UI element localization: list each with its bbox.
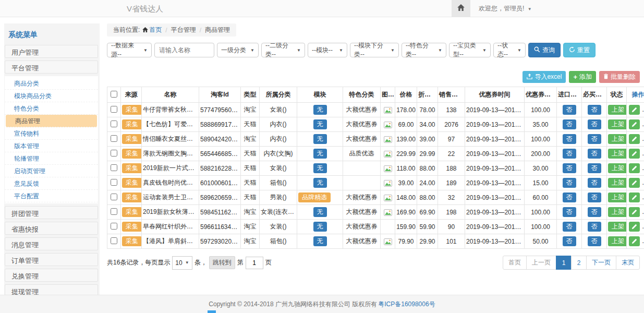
filter-select-7[interactable]: --宝贝类型--▼ <box>449 43 491 57</box>
page-button-下一页[interactable]: 下一页 <box>586 256 616 270</box>
edit-button[interactable] <box>629 119 640 129</box>
sidebar-item-商品分类[interactable]: 商品分类 <box>5 77 98 90</box>
imported-toggle[interactable]: 否 <box>563 149 576 159</box>
imported-toggle[interactable]: 否 <box>563 236 576 246</box>
page-button-2[interactable]: 2 <box>571 256 587 270</box>
row-checkbox[interactable] <box>111 106 117 113</box>
sidebar-item-兑换管理[interactable]: 兑换管理 <box>5 269 98 282</box>
sidebar-item-模块商品分类[interactable]: 模块商品分类 <box>5 90 98 102</box>
row-checkbox[interactable] <box>111 208 117 215</box>
imported-toggle[interactable]: 否 <box>563 105 576 115</box>
row-checkbox[interactable] <box>111 223 117 230</box>
must-buy-toggle[interactable]: 否 <box>588 222 601 232</box>
edit-button[interactable] <box>629 207 640 217</box>
status-badge[interactable]: 上架 <box>608 207 627 217</box>
reset-button[interactable]: 重置 <box>563 43 596 57</box>
status-badge[interactable]: 上架 <box>608 192 627 202</box>
imported-toggle[interactable]: 否 <box>563 163 576 173</box>
select-all-checkbox[interactable] <box>111 91 117 98</box>
sidebar-item-特色分类[interactable]: 特色分类 <box>5 102 98 115</box>
sidebar-item-消息管理[interactable]: 消息管理 <box>5 237 98 250</box>
cell-type: 淘宝 <box>241 234 260 249</box>
must-buy-toggle[interactable]: 否 <box>588 163 601 173</box>
page-button-上一页[interactable]: 上一页 <box>526 256 556 270</box>
filter-select-6[interactable]: --特色分类--▼ <box>402 43 446 57</box>
sidebar-item-订单管理[interactable]: 订单管理 <box>5 253 98 266</box>
sidebar-item-平台管理[interactable]: 平台管理 <box>5 61 98 74</box>
row-checkbox[interactable] <box>111 135 117 142</box>
filter-select-4[interactable]: --模块--▼ <box>308 43 347 57</box>
edit-button[interactable] <box>629 192 640 202</box>
imported-toggle[interactable]: 否 <box>563 178 576 188</box>
imported-toggle[interactable]: 否 <box>563 222 576 232</box>
scrollbar-thumb[interactable] <box>208 310 216 313</box>
status-badge[interactable]: 上架 <box>608 236 627 246</box>
user-menu[interactable]: 欢迎您，管理员! ▼ <box>479 4 532 13</box>
sidebar-item-启动页管理[interactable]: 启动页管理 <box>5 165 98 177</box>
status-badge[interactable]: 上架 <box>608 222 627 232</box>
must-buy-toggle[interactable]: 否 <box>588 236 601 246</box>
batch-delete-button[interactable]: 批量删除 <box>599 71 640 83</box>
must-buy-toggle[interactable]: 否 <box>588 207 601 217</box>
edit-button[interactable] <box>629 236 640 246</box>
edit-button[interactable] <box>629 105 640 115</box>
status-badge[interactable]: 上架 <box>608 134 627 144</box>
page-button-首页[interactable]: 首页 <box>503 256 527 270</box>
imported-toggle[interactable]: 否 <box>563 134 576 144</box>
filter-select-5[interactable]: --模块下分类--▼ <box>350 43 399 57</box>
edit-button[interactable] <box>629 149 640 159</box>
edit-button[interactable] <box>629 134 640 144</box>
must-buy-toggle[interactable]: 否 <box>588 149 601 159</box>
sidebar-item-宣传物料[interactable]: 宣传物料 <box>5 127 98 140</box>
query-button[interactable]: 查询 <box>528 43 561 57</box>
must-buy-toggle[interactable]: 否 <box>588 119 601 129</box>
status-badge[interactable]: 上架 <box>608 105 627 115</box>
row-checkbox[interactable] <box>111 237 117 244</box>
status-badge[interactable]: 上架 <box>608 119 627 129</box>
imported-toggle[interactable]: 否 <box>563 192 576 202</box>
must-buy-toggle[interactable]: 否 <box>588 178 601 188</box>
edit-button[interactable] <box>629 163 640 173</box>
sidebar-item-商品管理[interactable]: 商品管理 <box>6 115 97 127</box>
sidebar-item-拼团管理[interactable]: 拼团管理 <box>5 206 98 219</box>
filter-select-2[interactable]: 一级分类▼ <box>217 43 259 57</box>
sidebar-item-意见反馈[interactable]: 意见反馈 <box>5 177 98 190</box>
page-button-1[interactable]: 1 <box>556 256 572 270</box>
cell-category: 女装() <box>260 220 297 234</box>
import-excel-button[interactable]: 导入excel <box>523 71 566 83</box>
icp-link[interactable]: 粤ICP备16098006号 <box>378 300 435 309</box>
must-buy-toggle[interactable]: 否 <box>588 192 601 202</box>
must-buy-toggle[interactable]: 否 <box>588 105 601 115</box>
filter-select-8[interactable]: --状态--▼ <box>493 43 526 57</box>
row-checkbox[interactable] <box>111 150 117 156</box>
jump-button[interactable]: 跳转到 <box>209 256 235 269</box>
sidebar-item-版本管理[interactable]: 版本管理 <box>5 140 98 152</box>
add-button[interactable]: + 添加 <box>569 71 596 83</box>
per-page-select[interactable]: 10 ▼ <box>172 256 192 270</box>
edit-button[interactable] <box>629 178 640 188</box>
imported-toggle[interactable]: 否 <box>563 119 576 129</box>
jump-page-input[interactable] <box>246 257 263 269</box>
cell-ops <box>627 176 644 190</box>
sidebar-item-省惠快报[interactable]: 省惠快报 <box>5 222 98 235</box>
row-checkbox[interactable] <box>111 164 117 171</box>
sidebar-item-轮播管理[interactable]: 轮播管理 <box>5 152 98 165</box>
imported-toggle[interactable]: 否 <box>563 207 576 217</box>
status-badge[interactable]: 上架 <box>608 149 627 159</box>
row-checkbox[interactable] <box>111 121 117 127</box>
filter-select-3[interactable]: --二级分类--▼ <box>261 43 305 57</box>
sidebar-item-提现管理[interactable]: 提现管理 <box>5 284 98 295</box>
must-buy-toggle[interactable]: 否 <box>588 134 601 144</box>
status-badge[interactable]: 上架 <box>608 178 627 188</box>
status-badge[interactable]: 上架 <box>608 163 627 173</box>
sidebar-item-用户管理[interactable]: 用户管理 <box>5 45 98 58</box>
name-search-input[interactable] <box>154 43 214 57</box>
row-checkbox[interactable] <box>111 194 117 200</box>
row-checkbox[interactable] <box>111 179 117 186</box>
page-button-末页[interactable]: 末页 <box>616 256 640 270</box>
filter-select-0[interactable]: --数据来源--▼ <box>107 43 152 57</box>
home-button[interactable] <box>452 0 470 17</box>
sidebar-item-平台配置[interactable]: 平台配置 <box>5 190 98 202</box>
breadcrumb-home-link[interactable]: 首页 <box>142 26 162 34</box>
edit-button[interactable] <box>629 222 640 232</box>
